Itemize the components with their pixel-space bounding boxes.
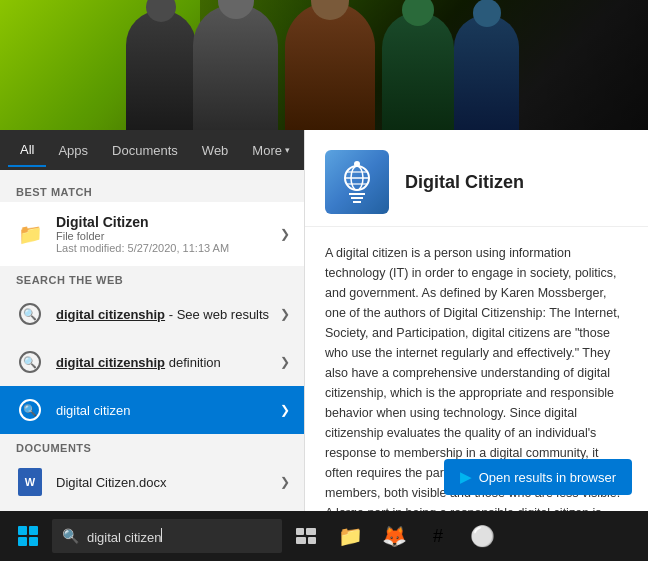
search-icon: 🔍 xyxy=(14,394,46,426)
taskbar-search-bar[interactable]: 🔍 digital citizen xyxy=(52,519,282,553)
file-explorer-icon: 📁 xyxy=(338,524,363,548)
result-arrow-icon: ❯ xyxy=(280,475,290,489)
text-cursor xyxy=(161,528,162,542)
result-text: digital citizenship definition xyxy=(56,355,276,370)
result-text: digital citizenship - See web results xyxy=(56,307,276,322)
slack-button[interactable]: # xyxy=(418,516,458,556)
dc-svg-icon xyxy=(333,158,381,206)
open-results-browser-button[interactable]: ▶ Open results in browser xyxy=(444,459,632,495)
taskbar: 🔍 digital citizen 📁 🦊 # ⚪ xyxy=(0,511,648,561)
search-panel: All Apps Documents Web More ▾ ◯ ⋯ Best m… xyxy=(0,130,304,511)
chevron-down-icon: ▾ xyxy=(285,145,290,155)
search-icon: 🔍 xyxy=(14,298,46,330)
taskbar-search-icon: 🔍 xyxy=(62,528,79,544)
firefox-icon: 🦊 xyxy=(382,524,407,548)
open-browser-label: Open results in browser xyxy=(479,470,616,485)
taskbar-search-text: digital citizen xyxy=(87,528,272,545)
web-search-item[interactable]: 🔍 digital citizenship - See web results … xyxy=(0,290,304,338)
tab-more[interactable]: More ▾ xyxy=(240,135,302,166)
best-match-modified: Last modified: 5/27/2020, 11:13 AM xyxy=(56,242,276,254)
svg-point-5 xyxy=(354,161,360,167)
result-text: digital citizen xyxy=(56,403,276,418)
folder-icon: 📁 xyxy=(14,218,46,250)
best-match-name: Digital Citizen xyxy=(56,214,276,230)
task-view-icon xyxy=(296,528,316,544)
hero-figure xyxy=(126,10,196,130)
result-arrow-icon: ❯ xyxy=(280,355,290,369)
right-panel: Digital Citizen A digital citizen is a p… xyxy=(304,130,648,511)
svg-rect-10 xyxy=(306,528,316,535)
result-text: Digital Citizen.docx xyxy=(56,475,276,490)
svg-rect-12 xyxy=(308,537,316,544)
result-arrow-icon: ❯ xyxy=(280,403,290,417)
best-match-text: Digital Citizen File folder Last modifie… xyxy=(56,214,276,254)
firefox-button[interactable]: 🦊 xyxy=(374,516,414,556)
result-arrow-icon: ❯ xyxy=(280,307,290,321)
right-panel-title: Digital Citizen xyxy=(405,172,524,193)
search-icon: 🔍 xyxy=(14,346,46,378)
hero-banner xyxy=(0,0,648,130)
windows-logo-icon xyxy=(18,526,38,546)
hero-figure xyxy=(285,2,375,130)
right-panel-header: Digital Citizen xyxy=(305,130,648,227)
word-doc-icon: W xyxy=(14,466,46,498)
tab-web[interactable]: Web xyxy=(190,135,241,166)
results-list: Best match 📁 Digital Citizen File folder… xyxy=(0,170,304,511)
hero-figure xyxy=(193,5,278,130)
best-match-type: File folder xyxy=(56,230,276,242)
app-icon xyxy=(325,150,389,214)
web-search-item[interactable]: 🔍 digital citizenship definition ❯ xyxy=(0,338,304,386)
best-match-block: 📁 Digital Citizen File folder Last modif… xyxy=(0,202,304,266)
tab-documents[interactable]: Documents xyxy=(100,135,190,166)
tab-all[interactable]: All xyxy=(8,134,46,167)
web-search-item-active[interactable]: 🔍 digital citizen ❯ xyxy=(0,386,304,434)
svg-rect-9 xyxy=(296,528,304,535)
svg-rect-11 xyxy=(296,537,306,544)
result-title: digital citizen xyxy=(56,403,276,418)
bing-logo-icon: ▶ xyxy=(460,469,471,485)
result-title: Digital Citizen.docx xyxy=(56,475,276,490)
result-title: digital citizenship - See web results xyxy=(56,307,276,322)
docs-section-label: Documents xyxy=(0,434,304,458)
best-match-item[interactable]: 📁 Digital Citizen File folder Last modif… xyxy=(0,202,304,266)
result-arrow-icon: ❯ xyxy=(280,227,290,241)
task-view-button[interactable] xyxy=(286,516,326,556)
chrome-icon: ⚪ xyxy=(470,524,495,548)
best-match-label: Best match xyxy=(0,178,304,202)
chrome-button[interactable]: ⚪ xyxy=(462,516,502,556)
tabs-bar: All Apps Documents Web More ▾ ◯ ⋯ xyxy=(0,130,304,170)
hero-figure xyxy=(454,15,519,130)
tab-apps[interactable]: Apps xyxy=(46,135,100,166)
file-explorer-button[interactable]: 📁 xyxy=(330,516,370,556)
web-section-label: Search the web xyxy=(0,266,304,290)
slack-icon: # xyxy=(433,526,443,547)
start-button[interactable] xyxy=(8,516,48,556)
result-title: digital citizenship definition xyxy=(56,355,276,370)
hero-figure xyxy=(382,12,454,130)
doc-item[interactable]: W Digital Citizen.docx ❯ xyxy=(0,458,304,506)
